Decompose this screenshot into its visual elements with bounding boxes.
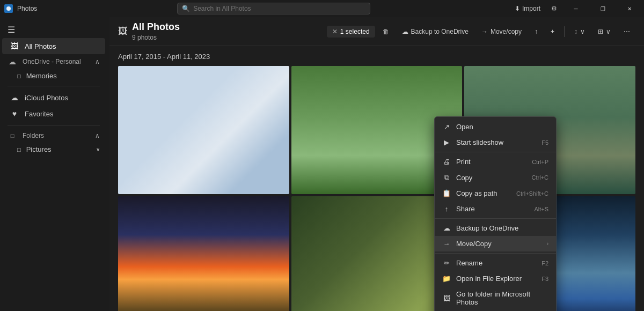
ctx-open-explorer-label: Open in File Explorer bbox=[456, 275, 522, 283]
ctx-rename[interactable]: ✏ Rename F2 bbox=[435, 255, 556, 271]
ctx-print-icon: 🖨 bbox=[442, 158, 451, 166]
ctx-movecopy-icon: → bbox=[442, 240, 451, 248]
ctx-copy-icon: ⧉ bbox=[442, 173, 451, 182]
ctx-backup-icon: ☁ bbox=[442, 224, 451, 232]
ctx-rename-label: Rename bbox=[456, 259, 482, 267]
sidebar-label-folders: Folders bbox=[23, 132, 44, 139]
app-icon bbox=[4, 4, 13, 13]
ctx-go-to-folder-icon: 🖼 bbox=[442, 294, 451, 302]
ctx-print-shortcut: Ctrl+P bbox=[532, 159, 548, 165]
folders-icon: □ bbox=[8, 132, 17, 139]
sidebar-item-memories[interactable]: □ Memories bbox=[0, 69, 107, 83]
ctx-copy-shortcut: Ctrl+C bbox=[532, 174, 548, 181]
ctx-open-explorer-icon: 📁 bbox=[442, 275, 451, 283]
ctx-open-icon: ↗ bbox=[442, 123, 451, 131]
ctx-share[interactable]: ↑ Share Alt+S bbox=[435, 201, 556, 217]
sidebar-item-icloud[interactable]: ☁ iCloud Photos bbox=[2, 90, 105, 106]
sidebar-label-onedrive: OneDrive - Personal bbox=[23, 58, 81, 65]
ctx-slideshow[interactable]: ▶ Start slideshow F5 bbox=[435, 135, 556, 150]
memories-icon: □ bbox=[17, 73, 21, 79]
all-photos-icon: 🖼 bbox=[10, 42, 19, 50]
ctx-movecopy[interactable]: → Move/Copy › bbox=[435, 236, 556, 251]
title-bar: Photos 🔍 ⬇ Import ⚙ ─ ❐ ✕ bbox=[0, 0, 644, 17]
import-button[interactable]: ⬇ Import bbox=[510, 4, 545, 13]
ctx-rename-icon: ✏ bbox=[442, 259, 451, 267]
context-menu: ↗ Open ▶ Start slideshow F5 🖨 Print bbox=[434, 116, 557, 311]
settings-icon: ⚙ bbox=[551, 5, 557, 12]
ctx-open[interactable]: ↗ Open bbox=[435, 119, 556, 135]
sidebar-label-memories: Memories bbox=[26, 72, 57, 80]
ctx-divider-2 bbox=[435, 218, 556, 219]
ctx-slideshow-icon: ▶ bbox=[442, 138, 451, 146]
sidebar: ☰ 🖼 All Photos ☁ OneDrive - Personal ∧ □… bbox=[0, 17, 107, 311]
favorites-icon: ♥ bbox=[10, 109, 19, 118]
ctx-backup[interactable]: ☁ Backup to OneDrive bbox=[435, 220, 556, 236]
ctx-rename-shortcut: F2 bbox=[541, 260, 548, 266]
ctx-print-label: Print bbox=[456, 158, 471, 166]
sidebar-label-icloud: iCloud Photos bbox=[25, 94, 68, 102]
ctx-copy-path-icon: 📋 bbox=[442, 189, 451, 197]
onedrive-icon: ☁ bbox=[8, 57, 17, 66]
ctx-share-label: Share bbox=[456, 205, 475, 213]
ctx-copy-label: Copy bbox=[456, 174, 472, 182]
close-button[interactable]: ✕ bbox=[617, 0, 642, 17]
chevron-up-icon: ∧ bbox=[95, 58, 100, 65]
sidebar-item-pictures[interactable]: □ Pictures ∨ bbox=[0, 143, 107, 156]
sidebar-divider-1 bbox=[8, 86, 100, 86]
settings-button[interactable]: ⚙ bbox=[547, 4, 561, 13]
ctx-movecopy-label: Move/Copy bbox=[456, 240, 492, 248]
pictures-icon: □ bbox=[17, 146, 21, 153]
ctx-share-shortcut: Alt+S bbox=[534, 206, 548, 212]
ctx-open-explorer-shortcut: F3 bbox=[541, 276, 548, 282]
ctx-slideshow-label: Start slideshow bbox=[456, 138, 503, 146]
sidebar-item-all-photos[interactable]: 🖼 All Photos bbox=[2, 38, 105, 54]
ctx-go-to-folder-label: Go to folder in Microsoft Photos bbox=[456, 290, 548, 306]
chevron-pictures-icon: ∨ bbox=[96, 146, 100, 152]
sidebar-label-all-photos: All Photos bbox=[25, 42, 56, 50]
ctx-divider-3 bbox=[435, 253, 556, 254]
ctx-copy[interactable]: ⧉ Copy Ctrl+C bbox=[435, 169, 556, 186]
search-area: 🔍 bbox=[37, 3, 510, 14]
svg-point-1 bbox=[6, 6, 11, 11]
ctx-copy-path-shortcut: Ctrl+Shift+C bbox=[516, 190, 548, 197]
sidebar-label-favorites: Favorites bbox=[25, 110, 53, 118]
ctx-backup-label: Backup to OneDrive bbox=[456, 224, 518, 232]
sidebar-divider-2 bbox=[8, 125, 100, 125]
search-icon: 🔍 bbox=[182, 5, 190, 12]
ctx-print[interactable]: 🖨 Print Ctrl+P bbox=[435, 154, 556, 169]
search-input[interactable] bbox=[193, 5, 365, 12]
sidebar-label-pictures: Pictures bbox=[26, 145, 52, 153]
app-title: Photos bbox=[17, 5, 37, 12]
restore-button[interactable]: ❐ bbox=[590, 0, 615, 17]
sidebar-section-folders[interactable]: □ Folders ∧ bbox=[0, 129, 107, 143]
context-menu-overlay: ↗ Open ▶ Start slideshow F5 🖨 Print bbox=[109, 17, 644, 311]
ctx-divider-1 bbox=[435, 152, 556, 152]
ctx-open-label: Open bbox=[456, 123, 473, 131]
ctx-share-icon: ↑ bbox=[442, 205, 451, 213]
chevron-folders-icon: ∧ bbox=[95, 132, 100, 139]
import-icon: ⬇ bbox=[515, 5, 520, 12]
ctx-copy-path[interactable]: 📋 Copy as path Ctrl+Shift+C bbox=[435, 186, 556, 201]
ctx-movecopy-arrow: › bbox=[547, 241, 548, 247]
icloud-icon: ☁ bbox=[10, 93, 19, 102]
minimize-button[interactable]: ─ bbox=[564, 0, 588, 17]
title-bar-controls: ⬇ Import ⚙ ─ ❐ ✕ bbox=[510, 0, 642, 17]
app-body: ☰ 🖼 All Photos ☁ OneDrive - Personal ∧ □… bbox=[0, 17, 644, 311]
title-bar-left: Photos bbox=[4, 4, 37, 13]
main-content: 🖼 All Photos 9 photos ✕ 1 selected 🗑 ☁ B… bbox=[109, 17, 644, 311]
sidebar-item-favorites[interactable]: ♥ Favorites bbox=[2, 106, 105, 122]
search-box[interactable]: 🔍 bbox=[177, 3, 370, 14]
ctx-slideshow-shortcut: F5 bbox=[541, 139, 548, 146]
ctx-copy-path-label: Copy as path bbox=[456, 189, 497, 197]
sidebar-section-onedrive[interactable]: ☁ OneDrive - Personal ∧ bbox=[0, 54, 107, 69]
ctx-open-explorer[interactable]: 📁 Open in File Explorer F3 bbox=[435, 271, 556, 286]
hamburger-menu[interactable]: ☰ bbox=[0, 21, 107, 38]
ctx-go-to-folder[interactable]: 🖼 Go to folder in Microsoft Photos bbox=[435, 286, 556, 310]
